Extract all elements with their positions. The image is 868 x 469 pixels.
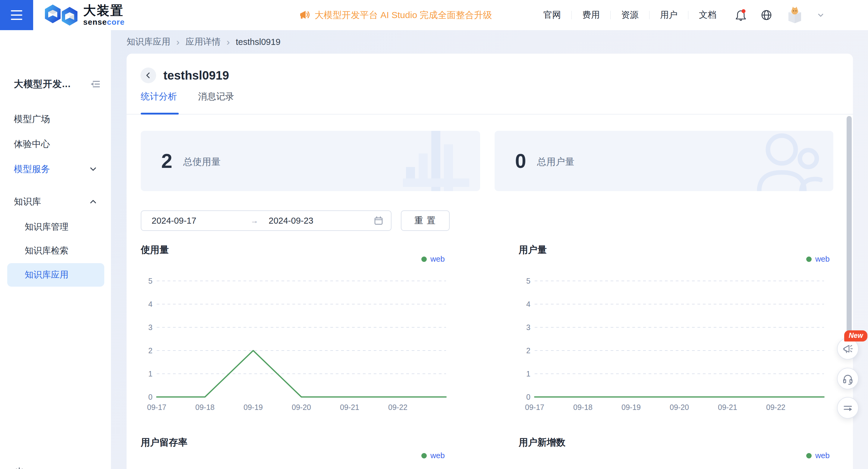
brand-text: 大装置 sensecore xyxy=(83,4,125,27)
nav-item-users[interactable]: 用户 xyxy=(650,9,688,21)
usage-chart-title: 使用量 xyxy=(141,244,169,256)
svg-text:09-20: 09-20 xyxy=(292,403,311,411)
support-button[interactable] xyxy=(837,368,859,389)
brand-name-cn: 大装置 xyxy=(83,4,125,18)
svg-text:09-17: 09-17 xyxy=(525,403,544,411)
page-title: testhsl0919 xyxy=(163,69,229,82)
chevron-down-icon xyxy=(89,165,97,173)
new-badge: New xyxy=(844,330,867,342)
svg-text:2: 2 xyxy=(526,346,530,355)
users-line-chart: 01234509-1709-1809-1909-2009-2109-22 xyxy=(517,271,836,413)
brand-name-en: sensecore xyxy=(83,18,125,27)
user-avatar[interactable] xyxy=(785,6,804,24)
stat-card-total-users: 0 总用户量 xyxy=(495,131,833,191)
date-range-picker[interactable]: 2024-09-17 → 2024-09-23 xyxy=(141,210,392,231)
hamburger-menu-button[interactable] xyxy=(0,0,33,30)
notification-bell-icon[interactable] xyxy=(734,8,747,22)
breadcrumb-separator: › xyxy=(176,37,180,46)
total-users-label: 总用户量 xyxy=(537,156,575,168)
total-users-value: 0 xyxy=(515,150,526,173)
announcement-banner[interactable]: 大模型开发平台 AI Studio 完成全面整合升级 xyxy=(299,0,492,30)
sidebar-collapse-icon[interactable] xyxy=(90,79,101,90)
svg-text:09-22: 09-22 xyxy=(766,403,785,411)
svg-text:2: 2 xyxy=(148,346,153,355)
svg-text:5: 5 xyxy=(526,277,530,285)
brand-logo[interactable]: 大装置 sensecore xyxy=(44,3,125,27)
chevron-up-icon xyxy=(89,198,97,206)
nav-item-resources[interactable]: 资源 xyxy=(611,9,649,21)
new-users-chart-legend[interactable]: web xyxy=(806,451,830,460)
back-button[interactable] xyxy=(141,67,156,83)
breadcrumb-current: testhsl0919 xyxy=(236,37,280,47)
usage-line-chart: 01234509-1709-1809-1909-2009-2109-22 xyxy=(138,271,458,413)
calendar-icon xyxy=(373,216,384,226)
svg-text:0: 0 xyxy=(148,393,153,401)
tab-statistics[interactable]: 统计分析 xyxy=(141,90,177,112)
sidebar-item-model-square[interactable]: 模型广场 xyxy=(14,107,97,131)
announcement-text: 大模型开发平台 AI Studio 完成全面整合升级 xyxy=(315,9,492,22)
legend-dot xyxy=(421,256,427,262)
svg-text:3: 3 xyxy=(526,323,530,332)
content-card: testhsl0919 统计分析 消息记录 2 总使用量 0 总用户量 xyxy=(127,54,853,469)
reset-button[interactable]: 重 置 xyxy=(401,210,450,231)
chevron-left-icon xyxy=(144,71,153,80)
breadcrumb-kb-application[interactable]: 知识库应用 xyxy=(127,36,170,48)
tab-divider xyxy=(127,114,853,115)
tab-bar: 统计分析 消息记录 xyxy=(141,90,234,112)
tab-message-log[interactable]: 消息记录 xyxy=(198,90,234,112)
top-header: 大装置 sensecore 大模型开发平台 AI Studio 完成全面整合升级… xyxy=(0,0,868,30)
sidebar-subitem-kb-application-selected[interactable]: 知识库应用 xyxy=(7,263,104,287)
svg-text:09-18: 09-18 xyxy=(195,403,215,411)
legend-label: web xyxy=(815,254,830,264)
language-globe-icon[interactable] xyxy=(760,9,773,22)
legend-label: web xyxy=(430,451,445,460)
svg-text:09-19: 09-19 xyxy=(621,403,641,411)
nav-item-docs[interactable]: 文档 xyxy=(688,9,727,21)
date-range-arrow: → xyxy=(250,216,258,225)
retention-chart-title: 用户留存率 xyxy=(141,436,187,449)
users-chart-title: 用户量 xyxy=(519,244,547,256)
stat-card-total-usage: 2 总使用量 xyxy=(141,131,480,191)
breadcrumb-separator: › xyxy=(227,37,230,46)
megaphone-icon xyxy=(299,9,310,21)
nav-item-billing[interactable]: 费用 xyxy=(572,9,610,21)
total-usage-value: 2 xyxy=(161,150,173,173)
page-header: testhsl0919 xyxy=(141,67,229,83)
breadcrumb-app-detail[interactable]: 应用详情 xyxy=(186,36,221,48)
total-usage-label: 总使用量 xyxy=(183,156,221,168)
app-root: 大装置 sensecore 大模型开发平台 AI Studio 完成全面整合升级… xyxy=(0,0,868,469)
header-icons xyxy=(734,0,825,30)
sidebar-subitem-kb-retrieval[interactable]: 知识库检索 xyxy=(25,239,97,262)
sidebar-subitem-kb-management[interactable]: 知识库管理 xyxy=(25,215,97,239)
hamburger-icon xyxy=(11,10,22,11)
svg-text:09-21: 09-21 xyxy=(718,403,737,411)
svg-text:1: 1 xyxy=(148,370,153,378)
date-start-value: 2024-09-17 xyxy=(152,216,196,226)
nav-item-official-site[interactable]: 官网 xyxy=(533,9,571,21)
account-chevron-down-icon[interactable] xyxy=(817,11,825,19)
legend-dot xyxy=(806,256,812,262)
retention-chart-legend[interactable]: web xyxy=(421,451,445,460)
svg-text:09-17: 09-17 xyxy=(147,403,166,411)
breadcrumb: 知识库应用 › 应用详情 › testhsl0919 xyxy=(127,36,281,48)
users-chart-legend[interactable]: web xyxy=(806,254,830,264)
date-end-value: 2024-09-23 xyxy=(269,216,313,226)
usage-chart-legend[interactable]: web xyxy=(421,254,445,264)
svg-text:3: 3 xyxy=(148,323,153,332)
svg-text:4: 4 xyxy=(526,300,530,308)
sidebar-header: 大模型开发... xyxy=(14,78,101,90)
card-scrollbar-thumb[interactable] xyxy=(846,116,852,335)
megaphone-outline-icon xyxy=(842,343,854,355)
header-nav: 官网 费用 资源 用户 文档 xyxy=(533,0,727,30)
list-arrow-icon xyxy=(841,402,854,414)
settings-gear-icon[interactable] xyxy=(13,466,25,469)
feedback-button[interactable] xyxy=(837,397,859,419)
legend-label: web xyxy=(430,254,445,264)
left-sidebar: 大模型开发... 模型广场 体验中心 模型服务 知识库 xyxy=(0,30,111,469)
svg-text:09-21: 09-21 xyxy=(340,403,359,411)
sidebar-item-model-services[interactable]: 模型服务 xyxy=(14,157,97,181)
svg-text:09-18: 09-18 xyxy=(573,403,592,411)
legend-dot xyxy=(806,453,812,459)
sidebar-item-knowledge-base[interactable]: 知识库 xyxy=(14,190,97,213)
sidebar-item-experience-center[interactable]: 体验中心 xyxy=(14,132,97,156)
